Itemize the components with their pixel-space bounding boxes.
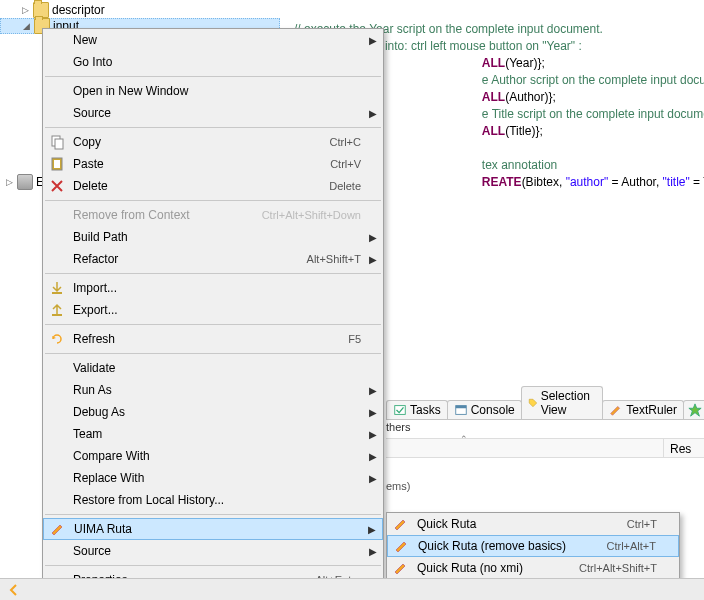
pencil-icon <box>50 521 66 537</box>
expand-icon[interactable]: ▷ <box>4 177 15 188</box>
submenu-arrow-icon: ▶ <box>369 451 377 462</box>
separator <box>45 273 381 274</box>
import-icon <box>49 280 65 296</box>
tab-label: Tasks <box>410 403 441 417</box>
svg-rect-7 <box>52 292 62 294</box>
submenu-arrow-icon: ▶ <box>369 108 377 119</box>
tab-console[interactable]: Console <box>447 400 522 419</box>
menu-debug-as[interactable]: Debug As▶ <box>43 401 383 423</box>
menu-validate[interactable]: Validate <box>43 357 383 379</box>
console-icon <box>454 403 468 417</box>
menu-delete[interactable]: DeleteDelete <box>43 175 383 197</box>
submenu-arrow-icon: ▶ <box>369 35 377 46</box>
menu-build-path[interactable]: Build Path▶ <box>43 226 383 248</box>
grid-row-text: ems) <box>386 480 410 492</box>
menu-uima-ruta[interactable]: UIMA Ruta▶ <box>43 518 383 540</box>
svg-rect-6 <box>54 160 60 168</box>
menu-restore[interactable]: Restore from Local History... <box>43 489 383 511</box>
tab-label: Console <box>471 403 515 417</box>
menu-refactor[interactable]: RefactorAlt+Shift+T▶ <box>43 248 383 270</box>
paste-icon <box>49 156 65 172</box>
menu-export[interactable]: Export... <box>43 299 383 321</box>
context-menu: New▶ Go Into Open in New Window Source▶ … <box>42 28 384 592</box>
submenu-arrow-icon: ▶ <box>369 232 377 243</box>
submenu-arrow-icon: ▶ <box>369 407 377 418</box>
tab-textruler[interactable]: TextRuler <box>602 400 684 419</box>
svg-rect-8 <box>52 314 62 316</box>
menu-team[interactable]: Team▶ <box>43 423 383 445</box>
separator <box>45 127 381 128</box>
svg-rect-2 <box>455 406 466 409</box>
separator <box>45 514 381 515</box>
tab-label: Selection View <box>541 389 597 417</box>
copy-icon <box>49 134 65 150</box>
tag-icon <box>528 396 538 410</box>
menu-open-new-window[interactable]: Open in New Window <box>43 80 383 102</box>
menu-copy[interactable]: CopyCtrl+C <box>43 131 383 153</box>
menu-import[interactable]: Import... <box>43 277 383 299</box>
menu-run-as[interactable]: Run As▶ <box>43 379 383 401</box>
menu-quick-ruta[interactable]: Quick RutaCtrl+T <box>387 513 679 535</box>
status-bar <box>0 578 704 600</box>
separator <box>45 324 381 325</box>
grid-col-res[interactable]: Res <box>664 439 704 457</box>
svg-rect-4 <box>55 139 63 149</box>
menu-replace[interactable]: Replace With▶ <box>43 467 383 489</box>
tasks-icon <box>393 403 407 417</box>
submenu-arrow-icon: ▶ <box>368 524 376 535</box>
library-icon <box>17 174 33 190</box>
menu-refresh[interactable]: RefreshF5 <box>43 328 383 350</box>
expand-icon[interactable]: ◢ <box>21 21 32 32</box>
menu-quick-ruta-no-xmi[interactable]: Quick Ruta (no xmi)Ctrl+Alt+Shift+T <box>387 557 679 579</box>
menu-source[interactable]: Source▶ <box>43 102 383 124</box>
pencil-icon <box>394 538 410 554</box>
submenu-uima-ruta: Quick RutaCtrl+T Quick Ruta (remove basi… <box>386 512 680 580</box>
svg-rect-0 <box>395 406 406 415</box>
submenu-arrow-icon: ▶ <box>369 429 377 440</box>
refresh-icon <box>49 331 65 347</box>
delete-icon <box>49 178 65 194</box>
menu-paste[interactable]: PasteCtrl+V <box>43 153 383 175</box>
view-tabs: Tasks Console Selection View TextRuler <box>386 398 704 420</box>
menu-source2[interactable]: Source▶ <box>43 540 383 562</box>
submenu-arrow-icon: ▶ <box>369 385 377 396</box>
star-icon <box>688 403 702 417</box>
pencil-icon <box>393 560 409 576</box>
panel-subtitle: thers <box>386 421 704 433</box>
submenu-arrow-icon: ▶ <box>369 254 377 265</box>
expand-icon[interactable]: ▷ <box>20 5 31 16</box>
separator <box>45 353 381 354</box>
submenu-arrow-icon: ▶ <box>369 473 377 484</box>
tab-label: TextRuler <box>626 403 677 417</box>
menu-compare[interactable]: Compare With▶ <box>43 445 383 467</box>
tab-tasks[interactable]: Tasks <box>386 400 448 419</box>
export-icon <box>49 302 65 318</box>
tab-selection-view[interactable]: Selection View <box>521 386 604 419</box>
menu-go-into[interactable]: Go Into <box>43 51 383 73</box>
pencil-icon <box>393 516 409 532</box>
tab-more[interactable] <box>683 400 704 419</box>
separator <box>45 76 381 77</box>
separator <box>45 200 381 201</box>
separator <box>45 565 381 566</box>
menu-remove-context: Remove from ContextCtrl+Alt+Shift+Down <box>43 204 383 226</box>
menu-new[interactable]: New▶ <box>43 29 383 51</box>
grid-col[interactable] <box>386 439 664 457</box>
menu-quick-ruta-remove-basics[interactable]: Quick Ruta (remove basics)Ctrl+Alt+T <box>387 535 679 557</box>
back-icon[interactable] <box>6 582 22 598</box>
pencil-icon <box>609 403 623 417</box>
tree-label: descriptor <box>52 3 105 17</box>
submenu-arrow-icon: ▶ <box>369 546 377 557</box>
grid-header: Res <box>386 438 704 458</box>
